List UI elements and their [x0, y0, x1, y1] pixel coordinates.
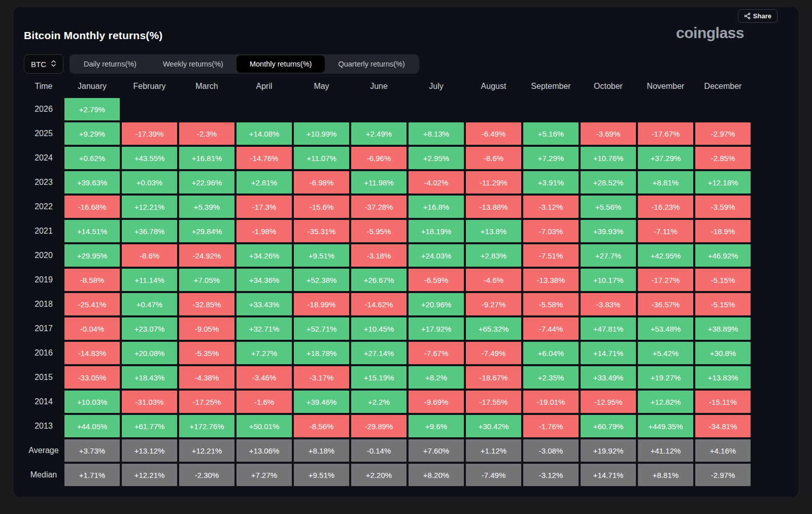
- return-cell: +12.82%: [638, 391, 693, 413]
- return-cell: -13.88%: [466, 196, 521, 218]
- share-button[interactable]: Share: [738, 9, 777, 23]
- tab-monthly-returns[interactable]: Monthly returns(%): [236, 55, 325, 73]
- return-cell: -3.08%: [523, 439, 579, 462]
- return-cell: -7.51%: [523, 244, 579, 267]
- table-row-2016: 2016-14.83%+20.08%-5.35%+7.27%+18.78%+27…: [24, 341, 752, 365]
- tab-quarterly-returns[interactable]: Quarterly returns(%): [325, 55, 418, 73]
- return-cell: +15.19%: [351, 366, 407, 389]
- return-cell: +4.16%: [695, 439, 751, 462]
- return-cell: +8.20%: [409, 464, 464, 486]
- return-cell: -8.6%: [122, 244, 177, 267]
- tab-weekly-returns[interactable]: Weekly returns(%): [150, 55, 236, 73]
- return-cell: +9.51%: [294, 244, 349, 267]
- share-icon: [744, 13, 751, 19]
- return-cell: +47.81%: [581, 317, 636, 340]
- table-row-2026: 2026+2.79%: [24, 97, 752, 121]
- row-label: Average: [24, 438, 63, 463]
- return-cell: -3.69%: [581, 122, 636, 145]
- return-cell: +8.81%: [638, 171, 693, 194]
- return-cell: -15.11%: [695, 391, 751, 413]
- empty-cell: [294, 98, 349, 120]
- returns-panel: Share Bitcoin Monthly returns(%) coingla…: [14, 7, 798, 497]
- return-cell: -2.30%: [179, 464, 234, 486]
- return-cell: -6.59%: [409, 269, 464, 291]
- return-cell: -6.96%: [351, 147, 407, 169]
- return-cell: +38.89%: [695, 317, 751, 340]
- empty-cell: [409, 98, 464, 120]
- return-cell: +172.76%: [179, 415, 234, 437]
- return-cell: +10.17%: [581, 269, 636, 291]
- return-cell: +29.95%: [64, 244, 120, 267]
- row-label: 2017: [24, 316, 63, 341]
- table-row-2019: 2019-8.58%+11.14%+7.05%+34.36%+52.38%+26…: [24, 268, 752, 292]
- coinglass-logo: coinglass: [676, 24, 744, 42]
- return-cell: -31.03%: [122, 391, 177, 413]
- return-cell: -13.38%: [523, 269, 579, 291]
- symbol-select[interactable]: BTC: [24, 54, 63, 74]
- return-cell: +7.29%: [523, 147, 579, 169]
- return-cell: -6.49%: [466, 122, 521, 145]
- return-cell: +22.96%: [179, 171, 234, 194]
- return-cell: -7.49%: [466, 464, 521, 486]
- table-row-median: Median+1.71%+12.21%-2.30%+7.27%+9.51%+2.…: [24, 463, 752, 487]
- return-cell: +61.77%: [122, 415, 177, 437]
- return-cell: +29.84%: [179, 220, 234, 242]
- return-cell: +10.99%: [294, 122, 349, 145]
- return-cell: +24.03%: [409, 244, 464, 267]
- tab-daily-returns[interactable]: Daily returns(%): [71, 55, 150, 73]
- return-cell: +11.14%: [122, 269, 177, 291]
- column-header-february: February: [121, 75, 178, 97]
- return-cell: +37.29%: [638, 147, 693, 169]
- return-cell: +2.35%: [523, 366, 579, 389]
- return-cell: -14.62%: [351, 293, 407, 315]
- return-cell: +27.7%: [581, 244, 636, 267]
- controls-bar: BTC Daily returns(%)Weekly returns(%)Mon…: [24, 54, 419, 74]
- row-label: 2025: [24, 121, 63, 146]
- return-cell: +12.21%: [179, 439, 234, 462]
- row-label: 2026: [24, 97, 63, 121]
- return-cell: +34.26%: [236, 244, 292, 267]
- return-cell: -5.58%: [523, 293, 579, 315]
- return-cell: +3.73%: [64, 439, 120, 462]
- symbol-select-value: BTC: [31, 60, 46, 69]
- row-label: 2015: [24, 365, 63, 390]
- column-header-march: March: [178, 75, 235, 97]
- return-cell: +8.2%: [409, 366, 464, 389]
- return-cell: -18.67%: [466, 366, 521, 389]
- return-cell: +2.83%: [466, 244, 521, 267]
- return-cell: +9.51%: [294, 464, 349, 486]
- return-cell: -3.17%: [294, 366, 349, 389]
- return-cell: -3.12%: [523, 196, 579, 218]
- return-cell: -7.03%: [523, 220, 579, 242]
- return-cell: -24.92%: [179, 244, 234, 267]
- return-cell: +8.13%: [409, 122, 464, 145]
- return-cell: +19.27%: [638, 366, 693, 389]
- return-cell: +65.32%: [466, 317, 521, 340]
- return-cell: -37.28%: [351, 196, 407, 218]
- return-cell: -2.85%: [695, 147, 751, 169]
- return-cell: +10.03%: [64, 391, 120, 413]
- return-cell: -3.12%: [523, 464, 579, 486]
- return-cell: -2.97%: [695, 464, 751, 486]
- table-row-2014: 2014+10.03%-31.03%-17.25%-1.6%+39.46%+2.…: [24, 390, 752, 414]
- return-cell: +34.36%: [236, 269, 292, 291]
- return-cell: -15.6%: [294, 196, 349, 218]
- return-cell: -16.23%: [638, 196, 693, 218]
- table-row-average: Average+3.73%+13.12%+12.21%+13.06%+8.18%…: [24, 438, 752, 463]
- return-cell: +28.52%: [581, 171, 636, 194]
- row-label: 2023: [24, 170, 63, 195]
- return-cell: -3.46%: [236, 366, 292, 389]
- page-title: Bitcoin Monthly returns(%): [24, 29, 163, 42]
- table-row-2020: 2020+29.95%-8.6%-24.92%+34.26%+9.51%-3.1…: [24, 243, 752, 268]
- return-cell: +52.38%: [294, 269, 349, 291]
- return-cell: -1.76%: [523, 415, 579, 437]
- return-cell: +20.08%: [122, 342, 177, 364]
- column-header-october: October: [580, 75, 637, 97]
- return-cell: +14.51%: [64, 220, 120, 242]
- return-cell: -8.58%: [64, 269, 120, 291]
- return-cell: +9.6%: [409, 415, 464, 437]
- return-cell: -3.83%: [581, 293, 636, 315]
- return-cell: -32.85%: [179, 293, 234, 315]
- return-cell: -7.49%: [466, 342, 521, 364]
- return-cell: -17.67%: [638, 122, 693, 145]
